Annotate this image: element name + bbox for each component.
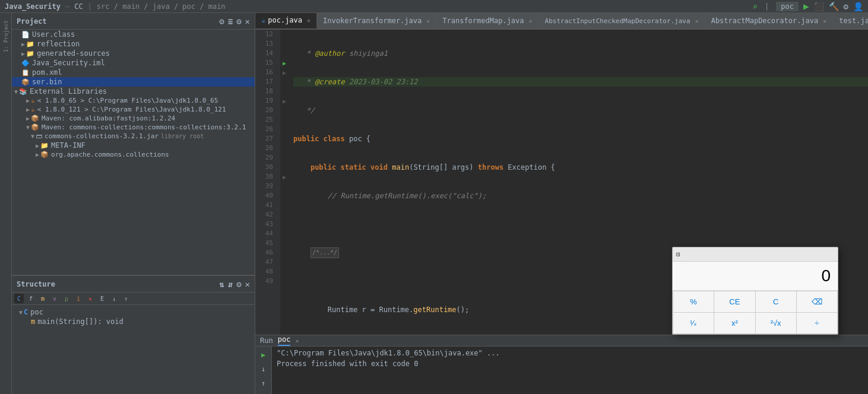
tab-close-icon[interactable]: ✕ — [695, 18, 699, 24]
arrow-icon: ▶ — [36, 151, 39, 158]
tab-close-icon[interactable]: ✕ — [529, 18, 533, 24]
run-tab-close[interactable]: ✕ — [295, 338, 299, 344]
tree-item-pom[interactable]: 📋 pom.xml — [12, 68, 255, 77]
calc-btn-sqrt[interactable]: ²√x — [756, 313, 796, 333]
struct-btn-i[interactable]: i — [74, 294, 83, 303]
tree-item-generated[interactable]: ▶ 📁 generated-sources — [12, 49, 255, 58]
account-icon[interactable]: 👤 — [853, 2, 863, 11]
calc-btn-c[interactable]: C — [756, 291, 796, 312]
line-num-18: 18 — [255, 87, 277, 96]
settings-icon[interactable]: ⚙ — [844, 2, 848, 11]
tab-close-icon[interactable]: ✕ — [426, 18, 430, 24]
folded-code-19[interactable]: /*...*/ — [311, 247, 339, 258]
struct-item-main[interactable]: m main(String[]): void — [17, 317, 250, 326]
exec-arrow-15[interactable]: ▶ — [280, 58, 289, 68]
output-text: Process finished with exit code 0 — [277, 360, 418, 368]
top-bar-right: ⌕ | poc ▶ ⬛ 🔨 ⚙ 👤 — [753, 1, 863, 12]
build-button[interactable]: 🔨 — [829, 2, 839, 11]
project-cc: CC — [74, 2, 83, 11]
tab-invoker[interactable]: InvokerTransformer.java ✕ — [317, 13, 436, 28]
struct-btn-e[interactable]: E — [97, 294, 107, 303]
arrow-icon: ▶ — [21, 41, 25, 47]
fold-space — [280, 134, 289, 144]
struct-item-poc[interactable]: ▼ C poc — [17, 307, 250, 317]
calc-title-bar[interactable]: ⊡ — [673, 247, 838, 262]
settings-icon2[interactable]: ⚙ — [236, 279, 241, 289]
run-config-selector[interactable]: poc — [776, 2, 799, 11]
tree-item-metainf[interactable]: ▶ 📁 META-INF — [12, 141, 255, 150]
tree-item-label: < 1.8.0_65 > C:\Program Files\Java\jdk1.… — [37, 97, 218, 104]
fold-arrow-19[interactable]: ▶ — [280, 96, 289, 106]
search-icon[interactable]: ⌕ — [753, 2, 758, 11]
struct-btn-a1[interactable]: ↓ — [109, 294, 119, 303]
calc-btn-square[interactable]: x² — [714, 313, 755, 333]
tree-item-commons-jar[interactable]: ▼ 🗃 commons-collections-3.2.1.jar librar… — [12, 132, 255, 141]
close-icon[interactable]: ✕ — [245, 279, 250, 289]
align-icon[interactable]: ≡ — [228, 17, 233, 26]
tree-item-reflection[interactable]: ▶ 📁 reflection — [12, 39, 255, 49]
fold-space — [280, 87, 289, 96]
tab-abstract-map[interactable]: AbstractMapDecorator.java ✕ — [705, 13, 834, 28]
run-button[interactable]: ▶ — [803, 1, 809, 12]
fold-arrow-38[interactable]: ▶ — [280, 172, 289, 182]
tree-item-label: External Libraries — [30, 87, 107, 96]
top-bar-left: Java_Security – CC | src / main / java /… — [5, 2, 226, 11]
run-down-btn[interactable]: ↓ — [258, 363, 270, 375]
calculator-overlay: ⊡ 0 % CE C ⌫ ¹⁄ₓ x² ²√x ÷ — [672, 247, 838, 335]
tree-item-label: Maven: commons-collections:commons-colle… — [42, 123, 246, 131]
kw-static: static — [341, 163, 366, 172]
struct-btn-a2[interactable]: ↑ — [121, 294, 131, 303]
line-num-43: 43 — [255, 220, 277, 229]
tree-item-serbin[interactable]: 📦 ser.bin — [12, 77, 255, 87]
tree-item-user-class[interactable]: 📄 User.class — [12, 30, 255, 39]
run-up-btn[interactable]: ↑ — [258, 377, 270, 389]
comment-close: */ — [293, 106, 315, 115]
tree-item-jdk121[interactable]: ▶ ☕ < 1.8.0_121 > C:\Program Files\Java\… — [12, 105, 255, 114]
package-icon: 📦 — [40, 151, 49, 158]
tab-test[interactable]: test.java ✕ — [833, 13, 868, 28]
stop-button[interactable]: ⬛ — [814, 2, 824, 11]
expand-icon[interactable]: ⇵ — [228, 279, 233, 289]
type-invoker2: InvokerTransformer — [517, 333, 594, 335]
calc-btn-reciprocal[interactable]: ¹⁄ₓ — [673, 313, 714, 333]
tree-item-fastjson[interactable]: ▶ 📦 Maven: com.alibaba:fastjson:1.2.24 — [12, 114, 255, 123]
struct-btn-f[interactable]: f — [26, 294, 36, 303]
tree-item-org-apache[interactable]: ▶ 📦 org.apache.commons.collections — [12, 150, 255, 159]
line-num-28: 28 — [255, 144, 277, 153]
tree-item-iml[interactable]: 🔷 Java_Security.iml — [12, 58, 255, 68]
folder-icon2: 📁 — [40, 142, 49, 150]
close-panel-icon[interactable]: ✕ — [245, 17, 250, 26]
struct-btn-p[interactable]: p — [62, 294, 71, 303]
tab-poc[interactable]: ☕ poc.java ✕ — [255, 13, 317, 28]
tree-item-ext-libs[interactable]: ▼ 📚 External Libraries — [12, 87, 255, 96]
tab-transformed[interactable]: TransformedMap.java ✕ — [436, 13, 538, 28]
run-config-label[interactable]: poc — [278, 335, 291, 346]
struct-btn-c[interactable]: C — [14, 294, 24, 303]
struct-btn-x[interactable]: ✕ — [85, 294, 95, 303]
calc-btn-divide[interactable]: ÷ — [797, 313, 837, 333]
tab-close-icon[interactable]: ✕ — [307, 17, 311, 24]
struct-btn-v[interactable]: v — [50, 294, 59, 303]
tree-item-commons-coll[interactable]: ▼ 📦 Maven: commons-collections:commons-c… — [12, 123, 255, 132]
run-list-btn[interactable]: ☰ — [258, 392, 270, 394]
tree-item-jdk65[interactable]: ▶ ☕ < 1.8.0_65 > C:\Program Files\Java\j… — [12, 96, 255, 105]
sync-icon[interactable]: ⚙ — [219, 17, 224, 26]
fold-arrow-16[interactable]: ▶ — [280, 68, 289, 77]
indent26 — [293, 333, 328, 335]
code-text — [293, 163, 311, 172]
space26b — [650, 333, 654, 335]
sort-icon[interactable]: ⇅ — [219, 279, 224, 289]
tab-abstract-input[interactable]: AbstractInputCheckedMapDecorator.java ✕ — [539, 13, 705, 28]
run-output-line: Process finished with exit code 0 — [277, 360, 863, 368]
space — [319, 134, 323, 144]
struct-btn-m[interactable]: m — [38, 294, 47, 303]
calc-btn-ce[interactable]: CE — [714, 291, 755, 312]
calc-btn-percent[interactable]: % — [673, 291, 714, 312]
calc-btn-backspace[interactable]: ⌫ — [797, 291, 837, 312]
tab-close-icon[interactable]: ✕ — [823, 18, 826, 24]
project-tab-label[interactable]: 1: Project — [3, 20, 9, 52]
tree-item-label: Java_Security.iml — [32, 59, 105, 67]
settings-panel-icon[interactable]: ⚙ — [236, 17, 241, 26]
run-play-btn[interactable]: ▶ — [258, 349, 270, 361]
tree-item-label: pom.xml — [32, 68, 62, 77]
